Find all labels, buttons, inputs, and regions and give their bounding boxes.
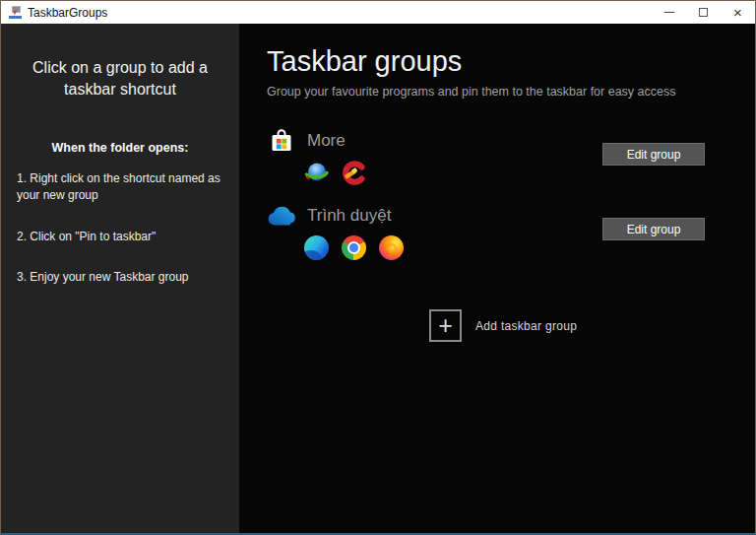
taskbargroups-app-icon [9, 6, 22, 19]
sidebar-heading: Click on a group to add a taskbar shortc… [1, 57, 239, 101]
edit-group-button[interactable]: Edit group [602, 218, 705, 240]
internet-download-manager-icon [304, 161, 329, 185]
close-button[interactable]: × [721, 1, 755, 24]
main-panel: Taskbar groups Group your favourite prog… [239, 24, 755, 535]
google-chrome-icon [342, 235, 366, 260]
page-subtitle: Group your favourite programs and pin th… [267, 85, 755, 99]
window-controls: × [652, 1, 755, 24]
add-taskbar-group-button[interactable]: + Add taskbar group [429, 309, 755, 342]
onedrive-icon [267, 203, 296, 229]
sidebar: Click on a group to add a taskbar shortc… [1, 24, 239, 535]
page-title: Taskbar groups [267, 45, 755, 78]
group-name: More [307, 131, 346, 151]
microsoft-edge-icon [304, 235, 329, 260]
group-row-more[interactable]: More [267, 128, 755, 185]
group-list: More [267, 128, 755, 260]
titlebar[interactable]: TaskbarGroups × [1, 1, 755, 24]
instruction-step-1: 1. Right click on the shortcut named as … [17, 170, 223, 205]
minimize-icon [664, 12, 674, 13]
group-app-icons [304, 235, 588, 260]
group-name: Trình duyệt [307, 206, 391, 226]
group-row-trinh-duyet[interactable]: Trình duyệt Edit group [267, 203, 755, 260]
folder-opens-note: When the folder opens: [1, 141, 239, 155]
app-window: TaskbarGroups × Click on a group to add … [0, 0, 756, 535]
maximize-icon [699, 8, 708, 17]
minimize-button[interactable] [652, 1, 686, 24]
microsoft-store-icon [267, 128, 296, 154]
add-taskbar-group-label: Add taskbar group [475, 319, 577, 333]
maximize-button[interactable] [686, 1, 721, 24]
firefox-icon [379, 235, 404, 260]
instruction-step-3: 3. Enjoy your new Taskbar group [17, 269, 223, 286]
instruction-step-2: 2. Click on "Pin to taskbar" [17, 229, 223, 245]
instruction-steps: 1. Right click on the shortcut named as … [1, 170, 239, 287]
window-title: TaskbarGroups [28, 6, 107, 20]
edit-group-button[interactable]: Edit group [602, 143, 705, 166]
ccleaner-icon [342, 161, 366, 185]
group-header: More [267, 128, 588, 154]
group-app-icons [304, 161, 588, 185]
group-header: Trình duyệt [267, 203, 588, 229]
close-icon: × [733, 5, 742, 20]
plus-icon: + [429, 309, 462, 342]
